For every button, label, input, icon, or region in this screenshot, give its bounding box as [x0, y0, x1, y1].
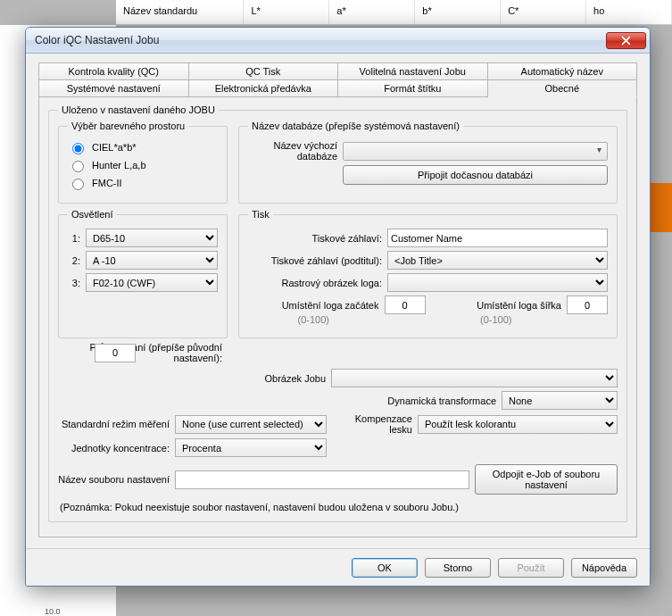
radio-cielab-label[interactable]: CIEL*a*b* [92, 142, 137, 153]
radio-hunter[interactable] [72, 161, 84, 172]
tab-autoname[interactable]: Automatický název [488, 62, 638, 79]
illum-2-select[interactable]: A -10 [86, 251, 218, 270]
bg-header-cell: L* [244, 0, 329, 24]
bg-header-cell: C* [501, 0, 586, 24]
help-button[interactable]: Nápověda [571, 558, 637, 578]
raster-logo-label: Rastrový obrázek loga: [248, 278, 382, 288]
radio-fmc2[interactable] [72, 179, 84, 190]
tab-optional[interactable]: Volitelná nastavení Jobu [338, 62, 488, 79]
cancel-button[interactable]: Storno [425, 558, 491, 578]
tab-eforward[interactable]: Elektronická předávka [189, 79, 339, 97]
group-saved-in-job: Uloženo v nastavení daného JOBU Výběr ba… [48, 104, 627, 522]
logo-width-input[interactable] [567, 296, 608, 314]
titlebar[interactable]: Color iQC Nastavení Jobu [26, 28, 650, 54]
logo-width-label: Umístění loga šířka [431, 300, 562, 311]
ok-button[interactable]: OK [352, 558, 418, 578]
logo-width-range: (0-100) [431, 314, 562, 325]
job-image-label: Obrázek Jobu [58, 373, 326, 384]
bg-column-headers: Název standardu L* a* b* C* ho [116, 0, 672, 25]
tab-general[interactable]: Obecné [488, 79, 638, 97]
default-db-label: Název výchozí databáze [248, 140, 337, 162]
conc-units-label: Jednotky koncentrace: [58, 443, 170, 454]
detach-ejob-button[interactable]: Odpojit e-Job of souboru nastavení [475, 464, 618, 495]
close-icon [621, 36, 631, 46]
attach-temp-db-button[interactable]: Připojit dočasnou databázi [343, 165, 608, 185]
job-settings-dialog: Color iQC Nastavení Jobu Kontrola kvalit… [25, 27, 651, 587]
illum-legend: Osvětlení [68, 209, 116, 220]
radio-hunter-label[interactable]: Hunter L,a,b [92, 160, 146, 171]
dynamic-transform-label: Dynamická transformace [58, 395, 496, 406]
settings-file-label: Název souboru nastavení [58, 474, 170, 485]
close-button[interactable] [606, 32, 646, 49]
group-color-space: Výběr barevného prostoru CIEL*a*b* Hunte… [58, 121, 228, 204]
tab-panel-general: Uloženo v nastavení daného JOBU Výběr ba… [38, 96, 637, 537]
settings-file-input[interactable] [175, 470, 469, 489]
logo-start-label: Umístění loga začátek [248, 300, 379, 311]
dialog-title: Color iQC Nastavení Jobu [35, 34, 606, 46]
illum-1-select[interactable]: D65-10 [86, 229, 218, 247]
meas-mode-label: Standardní režim měření [58, 419, 170, 429]
meas-mode-select[interactable]: None (use current selected) [175, 415, 327, 434]
conc-units-select[interactable]: Procenta [175, 438, 327, 457]
averaging-label: Průměrování (přepíše původní nastavení): [58, 342, 228, 363]
radio-cielab[interactable] [72, 143, 84, 154]
print-subtitle-label: Tiskové záhlaví (podtitul): [248, 255, 382, 266]
group-print: Tisk Tiskové záhlaví: Tiskové záhlaví (p… [238, 209, 618, 338]
print-header-input[interactable] [387, 229, 608, 247]
bg-orange-swatch [650, 183, 672, 232]
group-illuminants: Osvětlení 1: D65-10 2: A -10 3: [58, 209, 228, 338]
bg-ruler-tick: 10.0 [45, 607, 61, 616]
settings-note: (Poznámka: Pokud neexistuje soubor nasta… [60, 502, 616, 512]
color-space-legend: Výběr barevného prostoru [68, 121, 188, 131]
bg-header-cell: a* [329, 0, 415, 24]
dialog-button-bar: OK Storno Použít Nápověda [26, 548, 650, 586]
raster-logo-select[interactable] [387, 273, 608, 292]
bg-header-cell: Název standardu [116, 0, 244, 24]
illum-3-select[interactable]: F02-10 (CWF) [86, 273, 218, 292]
illum-1-label: 1: [68, 233, 80, 244]
dynamic-transform-select[interactable]: None [502, 391, 618, 410]
radio-fmc2-label[interactable]: FMC-II [92, 178, 122, 188]
tab-qc-print[interactable]: QC Tisk [189, 62, 339, 79]
print-header-label: Tiskové záhlaví: [248, 233, 382, 244]
gloss-comp-select[interactable]: Použít lesk kolorantu [418, 415, 618, 434]
tab-system[interactable]: Systémové nastavení [38, 79, 189, 97]
default-db-combo[interactable] [343, 142, 608, 161]
averaging-input[interactable] [95, 344, 136, 362]
bg-header-cell: b* [415, 0, 501, 24]
logo-start-range: (0-100) [248, 314, 379, 325]
illum-2-label: 2: [68, 255, 80, 266]
logo-start-input[interactable] [385, 296, 426, 314]
print-subtitle-select[interactable]: <Job Title> [387, 251, 608, 270]
tab-strip: Kontrola kvality (QC) QC Tisk Volitelná … [38, 62, 637, 537]
tab-label-format[interactable]: Formát štítku [338, 79, 488, 97]
illum-3-label: 3: [68, 278, 80, 288]
print-legend: Tisk [248, 209, 273, 220]
database-legend: Název databáze (přepíše systémová nastav… [248, 121, 463, 131]
group-database-name: Název databáze (přepíše systémová nastav… [238, 121, 618, 204]
group-saved-legend: Uloženo v nastavení daného JOBU [58, 104, 219, 115]
tab-qc[interactable]: Kontrola kvality (QC) [38, 62, 189, 79]
job-image-select[interactable] [331, 369, 618, 387]
bg-header-cell: ho [586, 0, 672, 24]
gloss-comp-label: Kompenzace lesku [332, 413, 412, 435]
apply-button[interactable]: Použít [498, 558, 564, 578]
